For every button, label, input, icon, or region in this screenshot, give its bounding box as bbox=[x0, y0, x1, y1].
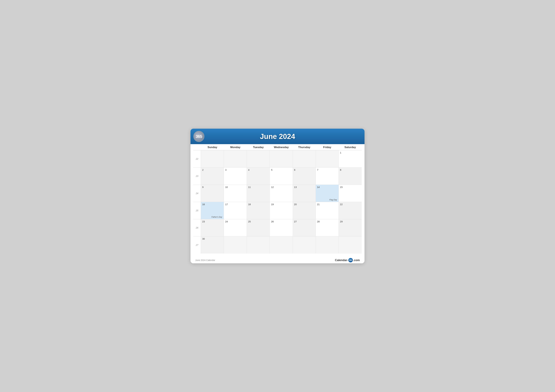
logo-circle: 365 bbox=[193, 131, 204, 142]
calendar-cell-14[interactable]: 14Flag Day bbox=[316, 185, 339, 202]
week-number-23: 23 bbox=[193, 168, 201, 185]
day-number-3: 3 bbox=[225, 169, 245, 171]
calendar-week-6: 2730 bbox=[193, 236, 362, 254]
calendar-week-4: 2516Father's Day171819202122 bbox=[193, 202, 362, 219]
calendar-cell-empty[interactable] bbox=[316, 236, 339, 254]
day-number-9: 9 bbox=[202, 186, 222, 188]
calendar-cell-16[interactable]: 16Father's Day bbox=[201, 202, 224, 219]
calendar-cell-7[interactable]: 7 bbox=[316, 168, 339, 185]
calendar-cell-27[interactable]: 27 bbox=[293, 219, 316, 236]
day-header-tuesday: Tuesday bbox=[247, 144, 270, 150]
day-header-monday: Monday bbox=[224, 144, 247, 150]
calendar-cell-15[interactable]: 15 bbox=[339, 185, 362, 202]
day-number-20: 20 bbox=[294, 203, 314, 206]
calendar-cell-17[interactable]: 17 bbox=[224, 202, 247, 219]
calendar-cell-26[interactable]: 26 bbox=[270, 219, 293, 236]
calendar-cell-18[interactable]: 18 bbox=[247, 202, 270, 219]
calendar-cell-9[interactable]: 9 bbox=[201, 185, 224, 202]
calendar-grid: 2212323456782491011121314Flag Day152516F… bbox=[193, 150, 362, 254]
calendar-cell-5[interactable]: 5 bbox=[270, 168, 293, 185]
day-number-4: 4 bbox=[248, 169, 268, 171]
calendar-cell-empty[interactable] bbox=[316, 150, 339, 167]
day-number-30: 30 bbox=[202, 237, 222, 240]
day-number-26: 26 bbox=[271, 220, 291, 223]
calendar-cell-23[interactable]: 23 bbox=[201, 219, 224, 236]
day-number-13: 13 bbox=[294, 186, 314, 188]
calendar-cell-1[interactable]: 1 bbox=[339, 150, 362, 167]
calendar-cell-21[interactable]: 21 bbox=[316, 202, 339, 219]
calendar-cell-8[interactable]: 8 bbox=[339, 168, 362, 185]
day-number-15: 15 bbox=[340, 186, 360, 188]
day-number-21: 21 bbox=[317, 203, 337, 206]
calendar-cell-4[interactable]: 4 bbox=[247, 168, 270, 185]
day-header-saturday: Saturday bbox=[339, 144, 362, 150]
calendar-cell-empty[interactable] bbox=[270, 150, 293, 167]
calendar-cell-empty[interactable] bbox=[339, 236, 362, 254]
days-header: Sunday Monday Tuesday Wednesday Thursday… bbox=[193, 144, 362, 150]
calendar-cell-25[interactable]: 25 bbox=[247, 219, 270, 236]
calendar-cell-2[interactable]: 2 bbox=[201, 168, 224, 185]
calendar-cell-19[interactable]: 19 bbox=[270, 202, 293, 219]
day-number-6: 6 bbox=[294, 169, 314, 171]
footer-left-text: June 2024 Calendar bbox=[195, 259, 215, 261]
day-number-5: 5 bbox=[271, 169, 291, 171]
calendar-cell-10[interactable]: 10 bbox=[224, 185, 247, 202]
calendar-week-2: 232345678 bbox=[193, 168, 362, 185]
calendar-cell-6[interactable]: 6 bbox=[293, 168, 316, 185]
day-number-12: 12 bbox=[271, 186, 291, 188]
calendar-cell-empty[interactable] bbox=[270, 236, 293, 254]
calendar-week-3: 2491011121314Flag Day15 bbox=[193, 185, 362, 202]
day-header-friday: Friday bbox=[316, 144, 339, 150]
day-number-18: 18 bbox=[248, 203, 268, 206]
calendar-cell-3[interactable]: 3 bbox=[224, 168, 247, 185]
day-number-23: 23 bbox=[202, 220, 222, 223]
week-number-24: 24 bbox=[193, 185, 201, 202]
calendar-cell-13[interactable]: 13 bbox=[293, 185, 316, 202]
day-number-28: 28 bbox=[317, 220, 337, 223]
day-number-29: 29 bbox=[340, 220, 360, 223]
calendar-week-1: 221 bbox=[193, 150, 362, 168]
calendar-cell-11[interactable]: 11 bbox=[247, 185, 270, 202]
day-number-25: 25 bbox=[248, 220, 268, 223]
event-label-father's-day: Father's Day bbox=[202, 216, 222, 218]
calendar-cell-20[interactable]: 20 bbox=[293, 202, 316, 219]
calendar-cell-29[interactable]: 29 bbox=[339, 219, 362, 236]
calendar-cell-24[interactable]: 24 bbox=[224, 219, 247, 236]
day-number-1: 1 bbox=[340, 151, 360, 154]
header-title: June 2024 bbox=[195, 130, 360, 143]
calendar-cell-empty[interactable] bbox=[293, 236, 316, 254]
calendar-cell-empty[interactable] bbox=[224, 236, 247, 254]
calendar-cell-empty[interactable] bbox=[224, 150, 247, 167]
event-label-flag-day: Flag Day bbox=[317, 199, 337, 201]
week-number-22: 22 bbox=[193, 150, 201, 167]
day-header-wednesday: Wednesday bbox=[270, 144, 293, 150]
week-num-header-spacer bbox=[193, 144, 201, 150]
calendar-cell-empty[interactable] bbox=[247, 236, 270, 254]
calendar-cell-22[interactable]: 22 bbox=[339, 202, 362, 219]
week-number-26: 26 bbox=[193, 219, 201, 236]
footer-right: Calendar- 365 .com bbox=[335, 258, 360, 262]
calendar-cell-empty[interactable] bbox=[201, 150, 224, 167]
calendar-body: Sunday Monday Tuesday Wednesday Thursday… bbox=[190, 144, 365, 256]
footer-logo-circle: 365 bbox=[348, 258, 353, 262]
footer-calendar-text: Calendar- bbox=[335, 259, 348, 262]
calendar-header: 365 June 2024 bbox=[190, 129, 365, 144]
week-number-25: 25 bbox=[193, 202, 201, 219]
calendar-footer: June 2024 Calendar Calendar- 365 .com bbox=[190, 256, 365, 263]
calendar-container: 365 June 2024 Sunday Monday Tuesday Wedn… bbox=[190, 129, 365, 263]
day-header-thursday: Thursday bbox=[293, 144, 316, 150]
calendar-cell-30[interactable]: 30 bbox=[201, 236, 224, 254]
day-number-22: 22 bbox=[340, 203, 360, 206]
day-number-16: 16 bbox=[202, 203, 222, 206]
calendar-cell-empty[interactable] bbox=[247, 150, 270, 167]
calendar-cell-empty[interactable] bbox=[293, 150, 316, 167]
day-number-11: 11 bbox=[248, 186, 268, 188]
calendar-cell-28[interactable]: 28 bbox=[316, 219, 339, 236]
day-number-8: 8 bbox=[340, 169, 360, 171]
day-number-2: 2 bbox=[202, 169, 222, 171]
day-number-24: 24 bbox=[225, 220, 245, 223]
day-number-27: 27 bbox=[294, 220, 314, 223]
day-number-10: 10 bbox=[225, 186, 245, 188]
calendar-cell-12[interactable]: 12 bbox=[270, 185, 293, 202]
day-number-14: 14 bbox=[317, 186, 337, 188]
